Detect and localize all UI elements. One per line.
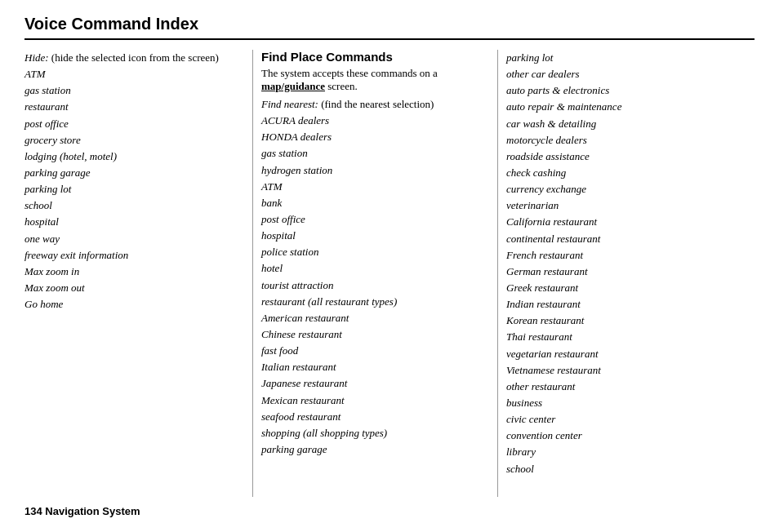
list-item: restaurant (all restaurant types) [261,294,489,310]
list-item: vegetarian restaurant [506,346,746,362]
list-item: hospital [261,228,489,244]
intro-text-2: screen. [325,80,358,92]
list-item: Indian restaurant [506,296,746,313]
list-item: other car dealers [506,66,746,82]
list-item: shopping (all shopping types) [261,425,489,441]
list-item: restaurant [24,99,244,115]
list-item: Korean restaurant [506,313,746,329]
page-title: Voice Command Index [24,15,755,40]
right-commands-list: parking lot other car dealers auto parts… [506,50,746,477]
list-item: Greek restaurant [506,280,746,296]
list-item: Max zoom in [24,264,244,280]
list-item: German restaurant [506,264,746,280]
list-item: check cashing [506,165,746,181]
list-item: bank [261,195,489,211]
list-item: business [506,395,746,411]
list-item: hotel [261,260,489,277]
list-item: ATM [261,179,489,195]
list-item: Italian restaurant [261,359,489,375]
left-column: Hide: (hide the selected icon from the s… [24,50,253,497]
hide-item: Hide: (hide the selected icon from the s… [24,50,244,66]
list-item: hospital [24,214,244,230]
mid-column: Find Place Commands The system accepts t… [253,50,498,497]
page: Voice Command Index Hide: (hide the sele… [0,0,779,532]
list-item: motorcycle dealers [506,132,746,149]
map-guidance-label: map/guidance [261,80,325,92]
find-nearest-desc: (find the nearest selection) [318,98,434,110]
list-item: gas station [261,145,489,162]
footer-label: 134 Navigation System [24,505,755,517]
list-item: fast food [261,343,489,359]
list-item: roadside assistance [506,149,746,165]
list-item: one way [24,231,244,247]
list-item: civic center [506,411,746,428]
list-item: Chinese restaurant [261,326,489,343]
intro-text-1: The system accepts these commands on a [261,67,438,79]
list-item: Max zoom out [24,280,244,296]
list-item: library [506,444,746,460]
list-item: currency exchange [506,181,746,197]
list-item: auto parts & electronics [506,82,746,99]
find-place-title: Find Place Commands [261,50,489,64]
list-item: ATM [24,66,244,82]
list-item: Japanese restaurant [261,375,489,392]
list-item: freeway exit information [24,247,244,264]
list-item: Vietnamese restaurant [506,362,746,379]
list-item: school [506,461,746,477]
right-column: parking lot other car dealers auto parts… [498,50,755,497]
list-item: Go home [24,296,244,313]
list-item: seafood restaurant [261,409,489,425]
list-item: parking lot [506,50,746,66]
list-item: police station [261,244,489,260]
list-item: lodging (hotel, motel) [24,149,244,165]
list-item: Mexican restaurant [261,392,489,409]
list-item: continental restaurant [506,231,746,247]
list-item: French restaurant [506,247,746,264]
hide-desc: (hide the selected icon from the screen) [51,51,219,64]
hide-commands-list: Hide: (hide the selected icon from the s… [24,50,244,313]
list-item: American restaurant [261,310,489,326]
find-nearest-header: Find nearest: (find the nearest selectio… [261,96,489,113]
find-nearest-list: Find nearest: (find the nearest selectio… [261,96,489,458]
list-item: tourist attraction [261,277,489,294]
list-item: veterinarian [506,197,746,214]
list-item: auto repair & maintenance [506,99,746,115]
list-item: parking lot [24,181,244,197]
list-item: other restaurant [506,379,746,395]
find-place-intro: The system accepts these commands on a m… [261,67,489,93]
list-item: school [24,197,244,214]
list-item: post office [261,211,489,228]
list-item: gas station [24,82,244,99]
list-item: car wash & detailing [506,116,746,132]
list-item: Thai restaurant [506,329,746,345]
list-item: grocery store [24,132,244,149]
list-item: hydrogen station [261,162,489,179]
content-area: Hide: (hide the selected icon from the s… [24,50,755,497]
list-item: parking garage [261,441,489,458]
list-item: HONDA dealers [261,129,489,145]
list-item: post office [24,116,244,132]
hide-label: Hide: [24,51,49,64]
list-item: parking garage [24,165,244,181]
list-item: ACURA dealers [261,113,489,129]
find-nearest-label: Find nearest: [261,98,318,110]
list-item: convention center [506,428,746,444]
list-item: California restaurant [506,214,746,230]
